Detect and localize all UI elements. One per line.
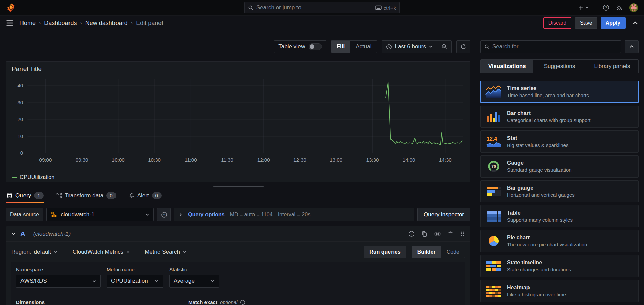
query-row-header[interactable]: A (cloudwatch-1) ? xyxy=(6,226,470,242)
tab-library-panels[interactable]: Library panels xyxy=(586,60,638,73)
svg-text:12:00: 12:00 xyxy=(257,157,270,163)
news-button[interactable] xyxy=(616,5,623,11)
duplicate-query-icon[interactable] xyxy=(421,231,427,237)
tab-visualizations[interactable]: Visualizations xyxy=(481,60,533,73)
chart-legend[interactable]: CPUUtilization xyxy=(12,173,465,182)
viz-item-stat[interactable]: 12.4 Stat Big stat values & sparklines xyxy=(480,130,639,153)
global-search[interactable]: ctrl+k xyxy=(244,2,400,13)
collapse-topbar-icon[interactable] xyxy=(633,21,638,25)
svg-text:10: 10 xyxy=(17,133,23,139)
viz-search[interactable] xyxy=(480,40,621,53)
alert-count-badge: 0 xyxy=(152,192,162,199)
chevron-right-icon[interactable] xyxy=(179,213,183,217)
global-search-input[interactable] xyxy=(256,4,372,11)
delete-query-icon[interactable] xyxy=(448,231,453,237)
grafana-logo-icon[interactable] xyxy=(6,3,16,13)
viz-search-input[interactable] xyxy=(492,43,617,50)
editor-divider xyxy=(16,294,460,294)
svg-text:14:30: 14:30 xyxy=(439,157,452,163)
query-inspector-button[interactable]: Query inspector xyxy=(417,208,470,221)
viz-item-time-series[interactable]: Time series Time based line, area and ba… xyxy=(480,81,639,103)
svg-text:0: 0 xyxy=(20,150,23,156)
breadcrumb-home[interactable]: Home xyxy=(19,20,36,27)
region-select[interactable]: default xyxy=(34,249,58,255)
hide-query-icon[interactable] xyxy=(434,231,441,237)
legend-series-label[interactable]: CPUUtilization xyxy=(20,174,54,180)
chevron-down-icon xyxy=(429,45,433,49)
query-options-link[interactable]: Query options xyxy=(188,212,224,218)
panel-resize-handle[interactable] xyxy=(213,186,264,187)
statistic-select[interactable]: Average xyxy=(169,275,219,288)
viz-title: Heatmap xyxy=(507,284,566,291)
svg-text:12:30: 12:30 xyxy=(293,157,306,163)
discard-button[interactable]: Discard xyxy=(543,17,571,29)
viz-item-state-timeline[interactable]: State timeline State changes and duratio… xyxy=(480,255,639,277)
svg-text:30: 30 xyxy=(17,100,23,105)
tab-alert-label: Alert xyxy=(137,192,149,199)
fill-option[interactable]: Fill xyxy=(331,41,351,53)
chevron-down-icon xyxy=(585,6,589,10)
apply-button[interactable]: Apply xyxy=(601,17,626,29)
code-option[interactable]: Code xyxy=(441,246,465,258)
zoom-out-time-button[interactable] xyxy=(437,41,451,53)
search-shortcut: ctrl+k xyxy=(375,5,396,11)
viz-item-gauge[interactable]: 79 Gauge Standard gauge visualization xyxy=(480,155,639,178)
viz-item-bar-gauge[interactable]: Bar gauge Horizontal and vertical gauges xyxy=(480,180,639,202)
viz-item-bar-chart[interactable]: Bar chart Categorical charts with group … xyxy=(480,106,639,128)
query-mode-select[interactable]: Metric Search xyxy=(145,249,187,255)
dimensions-label: Dimensions xyxy=(16,299,45,305)
refresh-button[interactable] xyxy=(456,40,470,53)
svg-text:13:00: 13:00 xyxy=(330,157,342,163)
viz-item-pie-chart[interactable]: Pie chart The new core pie chart visuali… xyxy=(480,230,639,252)
run-queries-button[interactable]: Run queries xyxy=(364,246,406,258)
transform-count-badge: 0 xyxy=(106,192,116,199)
user-avatar[interactable] xyxy=(629,3,638,12)
tab-query[interactable]: Query 1 xyxy=(6,188,44,203)
query-help-icon[interactable]: ? xyxy=(408,231,415,237)
tab-suggestions[interactable]: Suggestions xyxy=(533,60,586,73)
metric-name-select[interactable]: CPUUtilization xyxy=(107,275,163,288)
actual-option[interactable]: Actual xyxy=(350,41,377,53)
chevron-down-icon[interactable] xyxy=(11,232,16,236)
panel-title[interactable]: Panel Title xyxy=(12,64,465,74)
max-data-points: MD = auto = 1104 xyxy=(230,212,273,218)
viz-title: Time series xyxy=(507,85,589,91)
info-icon[interactable]: ? xyxy=(240,300,245,305)
builder-option[interactable]: Builder xyxy=(412,246,441,258)
gauge-icon-value: 79 xyxy=(491,164,496,169)
bar-chart-icon xyxy=(484,110,503,124)
plus-icon xyxy=(578,5,584,11)
heatmap-icon xyxy=(484,284,503,298)
time-range-button[interactable]: Last 6 hours xyxy=(382,41,437,53)
namespace-select[interactable]: AWS/RDS xyxy=(16,275,101,288)
breadcrumb-new-dashboard[interactable]: New dashboard xyxy=(85,20,128,27)
help-button[interactable]: ? xyxy=(603,4,609,11)
viz-desc: Categorical charts with group support xyxy=(507,117,590,123)
viz-title: Stat xyxy=(507,135,568,141)
viz-item-table[interactable]: Table Supports many column styles xyxy=(480,205,639,227)
datasource-help-button[interactable]: ? xyxy=(157,208,171,221)
chevron-down-icon xyxy=(154,279,159,283)
viz-item-heatmap[interactable]: Heatmap Like a histogram over time xyxy=(480,280,639,302)
keyboard-icon xyxy=(375,5,382,10)
menu-toggle-icon[interactable] xyxy=(6,20,13,26)
api-mode-select[interactable]: CloudWatch Metrics xyxy=(73,249,130,255)
svg-text:10:00: 10:00 xyxy=(112,157,125,163)
breadcrumb-separator: › xyxy=(80,20,82,26)
save-button[interactable]: Save xyxy=(575,17,597,29)
nav-divider xyxy=(596,3,596,12)
tab-transform-data[interactable]: Transform data 0 xyxy=(56,188,117,203)
tab-alert[interactable]: Alert 0 xyxy=(128,188,162,203)
query-options-bar: Query options MD = auto = 1104 Interval … xyxy=(174,208,414,221)
datasource-picker[interactable]: cloudwatch-1 xyxy=(46,208,154,221)
match-exact-label: Match exact xyxy=(188,299,217,305)
collapse-sidebar-button[interactable] xyxy=(625,40,639,53)
drag-handle-icon[interactable] xyxy=(460,231,465,237)
breadcrumb-separator: › xyxy=(131,20,133,26)
viz-desc: Big stat values & sparklines xyxy=(507,142,568,148)
table-view-toggle[interactable] xyxy=(309,43,322,50)
viz-desc: Horizontal and vertical gauges xyxy=(507,192,575,198)
breadcrumb-dashboards[interactable]: Dashboards xyxy=(44,20,77,27)
region-label: Region: xyxy=(11,249,31,255)
new-menu-button[interactable] xyxy=(578,5,589,11)
